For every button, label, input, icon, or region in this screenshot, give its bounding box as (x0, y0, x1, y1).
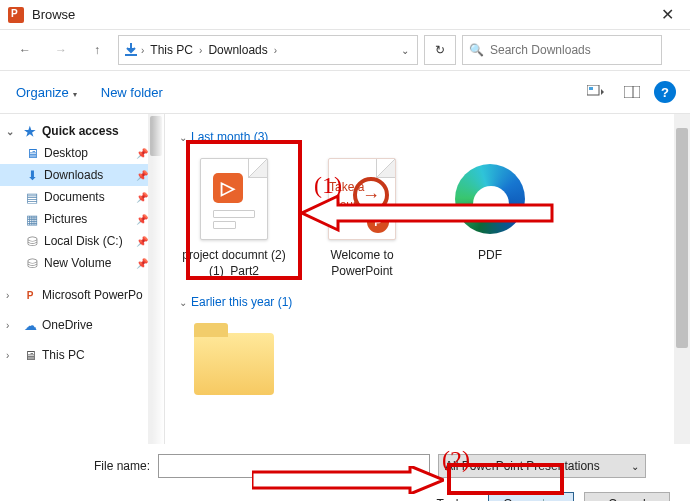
sidebar-item-local-disk[interactable]: ⛁Local Disk (C:)📌 (0, 230, 164, 252)
pictures-icon: ▦ (24, 211, 40, 227)
file-type-filter[interactable]: All PowerPoint Presentations ⌄ (438, 454, 646, 478)
chevron-right-icon: › (6, 350, 18, 361)
file-name-label: File name: (14, 459, 150, 473)
sidebar-item-new-volume[interactable]: ⛁New Volume📌 (0, 252, 164, 274)
pin-icon: 📌 (136, 148, 148, 159)
svg-rect-3 (624, 86, 640, 98)
pc-icon: 🖥 (22, 347, 38, 363)
powerpoint-icon (8, 7, 24, 23)
open-button[interactable]: Open ▼ (488, 492, 574, 501)
chevron-down-icon: ⌄ (179, 132, 187, 143)
chevron-down-icon: ⌄ (631, 461, 639, 472)
chevron-right-icon: › (6, 320, 18, 331)
navigation-pane: ⌄ ★ Quick access 🖥Desktop📌 ⬇Downloads📌 ▤… (0, 114, 165, 444)
pin-icon: 📌 (136, 214, 148, 225)
dialog-footer: File name: All PowerPoint Presentations … (0, 444, 690, 501)
pin-icon: 📌 (136, 236, 148, 247)
search-input[interactable] (490, 43, 655, 57)
sidebar-item-desktop[interactable]: 🖥Desktop📌 (0, 142, 164, 164)
file-item-project-document[interactable]: ▷ project documnt (2) (1)_Part2 (179, 154, 289, 279)
refresh-button[interactable]: ↻ (424, 35, 456, 65)
chevron-right-icon: › (199, 45, 202, 56)
sidebar-item-ms-powerpoint[interactable]: ›PMicrosoft PowerPo (0, 284, 164, 306)
chevron-right-icon: › (6, 290, 18, 301)
powerpoint-icon: P (22, 287, 38, 303)
cloud-icon: ☁ (22, 317, 38, 333)
drive-icon: ⛁ (24, 255, 40, 271)
edge-browser-icon (455, 164, 525, 234)
organize-menu[interactable]: Organize (14, 81, 79, 104)
sidebar-item-documents[interactable]: ▤Documents📌 (0, 186, 164, 208)
path-dropdown-icon[interactable]: ⌄ (397, 45, 413, 56)
help-button[interactable]: ? (654, 81, 676, 103)
sidebar-scrollbar[interactable] (148, 114, 164, 444)
forward-button[interactable]: → (46, 36, 76, 64)
back-button[interactable]: ← (10, 36, 40, 64)
chevron-down-icon: ⌄ (179, 297, 187, 308)
group-header-last-month[interactable]: ⌄Last month (3) (179, 130, 686, 144)
quick-access-node[interactable]: ⌄ ★ Quick access (0, 120, 164, 142)
chevron-down-icon: ⌄ (6, 126, 18, 137)
powerpoint-badge-icon: P (367, 211, 389, 233)
download-location-icon (123, 42, 139, 58)
star-icon: ★ (22, 123, 38, 139)
documents-icon: ▤ (24, 189, 40, 205)
folder-icon (194, 333, 274, 395)
sidebar-item-pictures[interactable]: ▦Pictures📌 (0, 208, 164, 230)
group-header-earlier-year[interactable]: ⌄Earlier this year (1) (179, 295, 686, 309)
sidebar-item-onedrive[interactable]: ›☁OneDrive (0, 314, 164, 336)
dialog-body: ⌄ ★ Quick access 🖥Desktop📌 ⬇Downloads📌 ▤… (0, 114, 690, 444)
nav-bar: ← → ↑ › This PC › Downloads › ⌄ ↻ 🔍 (0, 30, 690, 70)
file-list: ⌄Last month (3) ▷ project documnt (2) (1… (165, 114, 690, 444)
wps-presentation-icon: ▷ (213, 173, 243, 203)
quick-access-label: Quick access (42, 124, 119, 138)
drive-icon: ⛁ (24, 233, 40, 249)
preview-pane-button[interactable] (618, 81, 646, 103)
search-box[interactable]: 🔍 (462, 35, 662, 65)
chevron-right-icon: › (274, 45, 277, 56)
file-item-folder[interactable] (179, 319, 289, 409)
tools-menu[interactable]: Tools (436, 497, 472, 501)
svg-rect-2 (589, 87, 593, 90)
search-icon: 🔍 (469, 43, 484, 57)
pin-icon: 📌 (136, 258, 148, 269)
sidebar-item-downloads[interactable]: ⬇Downloads📌 (0, 164, 164, 186)
chevron-right-icon: › (141, 45, 144, 56)
new-folder-button[interactable]: New folder (99, 81, 165, 104)
file-label: project documnt (2) (1)_Part2 (179, 248, 289, 279)
desktop-icon: 🖥 (24, 145, 40, 161)
pin-icon: 📌 (136, 192, 148, 203)
toolbar: Organize New folder ? (0, 70, 690, 114)
sidebar-item-this-pc[interactable]: ›🖥This PC (0, 344, 164, 366)
file-item-welcome-powerpoint[interactable]: Take atour → P Welcome to PowerPoint (307, 154, 417, 279)
cancel-button[interactable]: Cancel (584, 492, 670, 501)
address-bar[interactable]: › This PC › Downloads › ⌄ (118, 35, 418, 65)
path-segment-current[interactable]: Downloads (204, 41, 271, 59)
title-bar: Browse ✕ (0, 0, 690, 30)
file-item-pdf[interactable]: PDF (435, 154, 545, 279)
file-label: Welcome to PowerPoint (307, 248, 417, 279)
view-mode-button[interactable] (582, 81, 610, 103)
download-icon: ⬇ (24, 167, 40, 183)
pin-icon: 📌 (136, 170, 148, 181)
file-label: PDF (478, 248, 502, 264)
window-title: Browse (32, 7, 653, 22)
path-segment-root[interactable]: This PC (146, 41, 197, 59)
svg-rect-0 (125, 54, 137, 56)
file-name-input[interactable] (158, 454, 430, 478)
content-scrollbar[interactable] (674, 114, 690, 444)
up-button[interactable]: ↑ (82, 36, 112, 64)
arrow-circle-icon: → (353, 177, 389, 213)
close-button[interactable]: ✕ (653, 5, 682, 24)
